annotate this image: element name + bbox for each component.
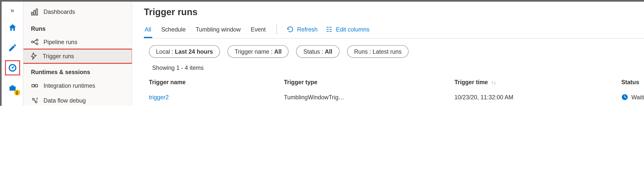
sidebar-item-pipeline-runs[interactable]: Pipeline runs [23, 34, 132, 49]
main-content: Trigger runs All Schedule Tumbling windo… [132, 2, 644, 106]
trigger-type-cell: TumblingWindowTrig… [279, 104, 449, 106]
refresh-label: Refresh [297, 26, 317, 33]
rail-author[interactable] [5, 40, 20, 55]
results-table-container: Trigger name Trigger type Trigger time ↑… [144, 75, 644, 106]
col-trigger-type[interactable]: Trigger type [279, 75, 449, 90]
clock-icon [621, 94, 628, 101]
edit-columns-button[interactable]: Edit columns [326, 26, 370, 36]
sidebar-item-dashboards[interactable]: Dashboards [23, 4, 132, 19]
filter-status[interactable]: Status : All [296, 45, 339, 58]
svg-point-7 [36, 39, 38, 41]
table-row[interactable]: trigger2TumblingWindowTrig…10/23/20, 11:… [144, 90, 644, 104]
tab-tumbling[interactable]: Tumbling window [195, 23, 241, 38]
table-row[interactable]: trigger1TumblingWindowTrig…10/23/20, 11:… [144, 104, 644, 106]
pencil-icon [8, 43, 17, 52]
integration-icon [31, 82, 39, 89]
debug-icon [31, 97, 39, 104]
svg-rect-10 [35, 84, 38, 87]
sidebar-section-runtimes: Runtimes & sessions [23, 63, 132, 78]
sidebar-label: Integration runtimes [44, 82, 95, 89]
toolbar: All Schedule Tumbling window Event Refre… [144, 23, 644, 39]
tab-all[interactable]: All [144, 23, 152, 38]
pipeline-icon [31, 38, 39, 46]
svg-rect-9 [32, 84, 34, 87]
tab-event[interactable]: Event [250, 23, 267, 38]
dashboard-icon [31, 8, 39, 16]
col-trigger-time[interactable]: Trigger time ↑↓ [449, 75, 616, 90]
rail-home[interactable] [5, 20, 20, 35]
sidebar-item-integration-runtimes[interactable]: Integration runtimes [23, 78, 132, 93]
sidebar-label: Dashboards [44, 8, 75, 15]
svg-point-11 [32, 98, 34, 100]
svg-point-6 [31, 41, 33, 43]
svg-point-2 [12, 67, 13, 69]
gauge-icon [8, 63, 17, 73]
sidebar-label: Data flow debug [44, 97, 86, 104]
trigger-name-cell[interactable]: trigger2 [149, 94, 169, 101]
home-icon [8, 23, 17, 32]
filter-local[interactable]: Local : Last 24 hours [149, 45, 220, 58]
filter-runs[interactable]: Runs : Latest runs [347, 45, 409, 58]
sidebar-section-runs: Runs [23, 19, 132, 34]
trigger-time-cell: 10/23/20, 11:32:00 AM [449, 90, 616, 104]
filters: Local : Last 24 hours Trigger name : All… [149, 45, 644, 58]
separator [277, 24, 277, 34]
filter-trigger-name[interactable]: Trigger name : All [228, 45, 289, 58]
col-status[interactable]: Status [616, 75, 644, 90]
svg-point-8 [36, 43, 38, 45]
icon-rail: » 2 [2, 2, 23, 106]
sidebar: Dashboards Runs Pipeline runs Trigger ru… [23, 2, 132, 106]
tab-schedule[interactable]: Schedule [160, 23, 187, 38]
results-table: Trigger name Trigger type Trigger time ↑… [144, 75, 644, 106]
svg-rect-5 [36, 9, 38, 15]
status-cell: Waiting on dependency [621, 94, 644, 101]
rail-monitor[interactable] [5, 60, 20, 75]
page-title: Trigger runs [144, 7, 644, 18]
trigger-type-cell: TumblingWindowTrig… [279, 90, 449, 104]
svg-rect-3 [31, 12, 33, 15]
trigger-icon [30, 52, 38, 60]
sidebar-label: Pipeline runs [44, 39, 77, 45]
svg-rect-4 [34, 10, 35, 15]
tabs: All Schedule Tumbling window Event [144, 23, 266, 38]
rail-manage[interactable]: 2 [5, 80, 20, 96]
col-trigger-name[interactable]: Trigger name [144, 75, 257, 90]
sidebar-item-data-flow-debug[interactable]: Data flow debug [23, 93, 132, 106]
trigger-time-cell: 10/23/20, 11:31:00 AM [449, 104, 616, 106]
results-count: Showing 1 - 4 items [152, 65, 644, 71]
edit-columns-label: Edit columns [336, 26, 370, 33]
badge-count: 2 [14, 89, 20, 95]
collapse-toggle[interactable]: » [7, 3, 17, 17]
sidebar-item-trigger-runs[interactable]: Trigger runs [23, 49, 132, 64]
refresh-button[interactable]: Refresh [287, 26, 317, 36]
columns-icon [326, 26, 333, 33]
sidebar-label: Trigger runs [43, 53, 74, 59]
svg-point-12 [35, 101, 37, 103]
refresh-icon [287, 26, 294, 33]
sort-icon: ↑↓ [491, 80, 496, 85]
